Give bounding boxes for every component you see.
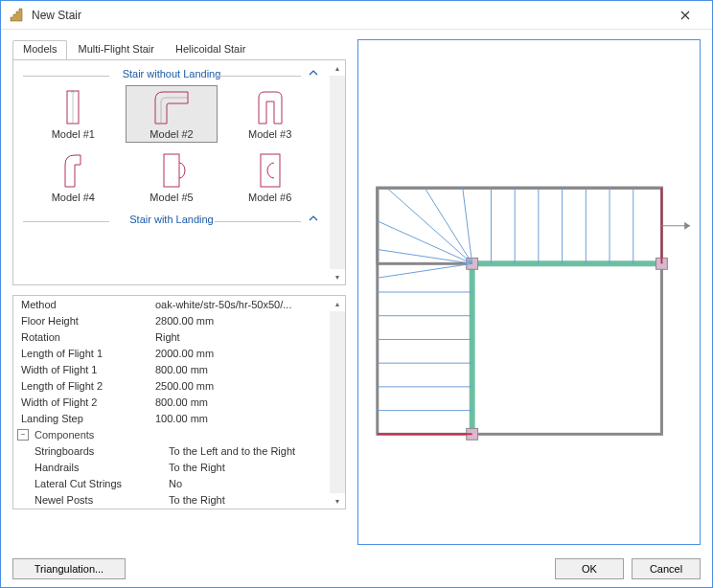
prop-newel-posts[interactable]: Newel PostsTo the Right xyxy=(13,491,330,508)
tab-helicoidal[interactable]: Helicoidal Stair xyxy=(165,40,256,60)
category-title: Stair with Landing xyxy=(129,214,213,225)
category-no-landing: Stair without Landing xyxy=(17,66,326,85)
stair-preview-icon xyxy=(358,40,700,544)
model-label: Model #3 xyxy=(248,128,291,140)
ok-button[interactable]: OK xyxy=(555,558,624,579)
models-list: Stair without Landing Model #1 xyxy=(13,60,330,284)
model-label: Model #5 xyxy=(150,192,193,203)
preview-area xyxy=(357,39,701,545)
properties-table: Methodoak-white/str-50s/hr-50x50/... Flo… xyxy=(13,296,330,509)
dialog-window: New Stair Models Multi-Flight Stair Heli… xyxy=(0,0,713,588)
properties-panel: Methodoak-white/str-50s/hr-50x50/... Flo… xyxy=(12,295,346,509)
prop-group-components[interactable]: −Components xyxy=(13,426,330,442)
svg-rect-3 xyxy=(378,188,662,434)
stair-thumb-icon xyxy=(48,88,98,126)
titlebar: New Stair xyxy=(1,1,712,30)
prop-lateral-cut[interactable]: Lateral Cut StringsNo xyxy=(13,475,330,491)
model-5[interactable]: Model #5 xyxy=(126,148,218,206)
model-6[interactable]: Model #6 xyxy=(223,148,316,206)
model-label: Model #4 xyxy=(52,192,95,203)
close-button[interactable] xyxy=(666,1,704,29)
stair-thumb-icon xyxy=(245,151,295,190)
category-with-landing: Stair with Landing xyxy=(17,212,326,231)
stair-thumb-icon xyxy=(147,151,196,190)
prop-width-flight2[interactable]: Width of Flight 2800.00 mm xyxy=(13,394,330,410)
app-icon xyxy=(9,8,24,23)
triangulation-button[interactable]: Triangulation... xyxy=(12,558,126,579)
model-1[interactable]: Model #1 xyxy=(27,85,120,143)
collapse-icon[interactable] xyxy=(309,68,318,79)
properties-scrollbar[interactable]: ▴ ▾ xyxy=(330,296,345,509)
category-title: Stair without Landing xyxy=(123,68,221,79)
collapse-toggle-icon[interactable]: − xyxy=(17,429,29,441)
prop-floor-height[interactable]: Floor Height2800.00 mm xyxy=(13,312,330,328)
model-label: Model #1 xyxy=(52,128,95,140)
tab-multi-flight[interactable]: Multi-Flight Stair xyxy=(67,40,164,60)
svg-line-28 xyxy=(463,188,472,263)
svg-rect-2 xyxy=(261,154,280,187)
svg-line-23 xyxy=(378,263,472,278)
scroll-down-icon[interactable]: ▾ xyxy=(330,269,345,284)
stair-thumb-icon xyxy=(48,151,98,190)
prop-rotation[interactable]: RotationRight xyxy=(13,328,330,345)
scroll-down-icon[interactable]: ▾ xyxy=(330,493,345,509)
prop-method[interactable]: Methodoak-white/str-50s/hr-50x50/... xyxy=(13,296,330,312)
prop-length-flight2[interactable]: Length of Flight 22500.00 mm xyxy=(13,377,330,394)
prop-landing-step[interactable]: Landing Step100.00 mm xyxy=(13,410,330,426)
scroll-up-icon[interactable]: ▴ xyxy=(330,60,345,76)
cancel-button[interactable]: Cancel xyxy=(632,558,701,579)
model-grid-1: Model #1 Model #2 Model #3 xyxy=(17,85,326,206)
svg-line-25 xyxy=(378,221,472,263)
model-4[interactable]: Model #4 xyxy=(27,148,120,206)
svg-line-26 xyxy=(387,188,472,263)
left-panel: Models Multi-Flight Stair Helicoidal Sta… xyxy=(12,39,346,545)
model-label: Model #2 xyxy=(150,128,193,140)
prop-length-flight1[interactable]: Length of Flight 12000.00 mm xyxy=(13,345,330,361)
prop-width-flight1[interactable]: Width of Flight 1800.00 mm xyxy=(13,361,330,377)
scroll-track[interactable] xyxy=(330,76,345,269)
stair-thumb-icon xyxy=(147,88,196,126)
svg-rect-4 xyxy=(378,188,662,263)
prop-handrails[interactable]: HandrailsTo the Right xyxy=(13,459,330,475)
tab-strip: Models Multi-Flight Stair Helicoidal Sta… xyxy=(12,39,346,60)
models-scrollbar[interactable]: ▴ ▾ xyxy=(330,60,345,284)
model-label: Model #6 xyxy=(248,192,291,203)
scroll-up-icon[interactable]: ▴ xyxy=(330,296,345,311)
models-area: Stair without Landing Model #1 xyxy=(12,59,346,285)
svg-line-27 xyxy=(425,188,472,263)
tab-models[interactable]: Models xyxy=(12,40,67,60)
dialog-footer: Triangulation... OK Cancel xyxy=(1,551,712,587)
collapse-icon[interactable] xyxy=(309,214,318,225)
window-title: New Stair xyxy=(32,9,81,22)
dialog-body: Models Multi-Flight Stair Helicoidal Sta… xyxy=(1,30,712,551)
model-2[interactable]: Model #2 xyxy=(126,85,218,143)
svg-rect-1 xyxy=(164,154,179,187)
stair-thumb-icon xyxy=(245,88,295,126)
prop-stringboards[interactable]: StringboardsTo the Left and to the Right xyxy=(13,442,330,459)
model-3[interactable]: Model #3 xyxy=(223,85,316,143)
scroll-track[interactable] xyxy=(330,311,345,493)
